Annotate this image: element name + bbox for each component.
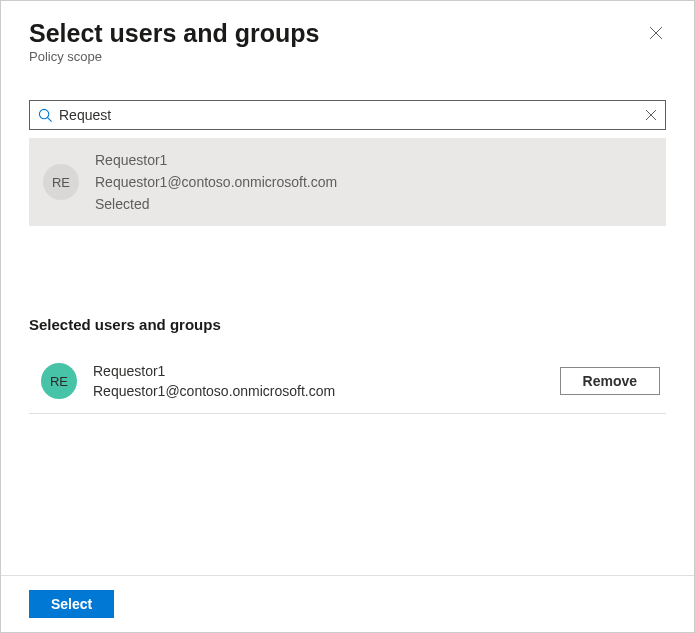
result-email: Requestor1@contoso.onmicrosoft.com — [95, 174, 337, 190]
panel-subtitle: Policy scope — [29, 49, 666, 64]
search-icon — [38, 108, 53, 123]
result-status: Selected — [95, 196, 337, 212]
search-results: RE Requestor1 Requestor1@contoso.onmicro… — [1, 130, 694, 226]
selected-name: Requestor1 — [93, 363, 560, 379]
close-icon — [649, 26, 663, 40]
search-container — [1, 72, 694, 130]
clear-search-button[interactable] — [645, 109, 657, 121]
result-text: Requestor1 Requestor1@contoso.onmicrosof… — [95, 152, 337, 212]
panel-title: Select users and groups — [29, 19, 666, 48]
result-row[interactable]: RE Requestor1 Requestor1@contoso.onmicro… — [29, 138, 666, 226]
result-name: Requestor1 — [95, 152, 337, 168]
svg-line-3 — [48, 117, 52, 121]
selected-email: Requestor1@contoso.onmicrosoft.com — [93, 383, 560, 399]
avatar: RE — [41, 363, 77, 399]
select-button[interactable]: Select — [29, 590, 114, 618]
avatar: RE — [43, 164, 79, 200]
selected-row: RE Requestor1 Requestor1@contoso.onmicro… — [29, 351, 666, 414]
panel-footer: Select — [1, 575, 694, 632]
panel-header: Select users and groups Policy scope — [1, 1, 694, 72]
selected-list: RE Requestor1 Requestor1@contoso.onmicro… — [1, 351, 694, 414]
search-input[interactable] — [59, 107, 645, 123]
close-button[interactable] — [646, 23, 666, 43]
search-box[interactable] — [29, 100, 666, 130]
selected-heading: Selected users and groups — [1, 316, 694, 333]
svg-point-2 — [39, 109, 48, 118]
clear-icon — [645, 109, 657, 121]
remove-button[interactable]: Remove — [560, 367, 660, 395]
selected-text: Requestor1 Requestor1@contoso.onmicrosof… — [93, 363, 560, 399]
